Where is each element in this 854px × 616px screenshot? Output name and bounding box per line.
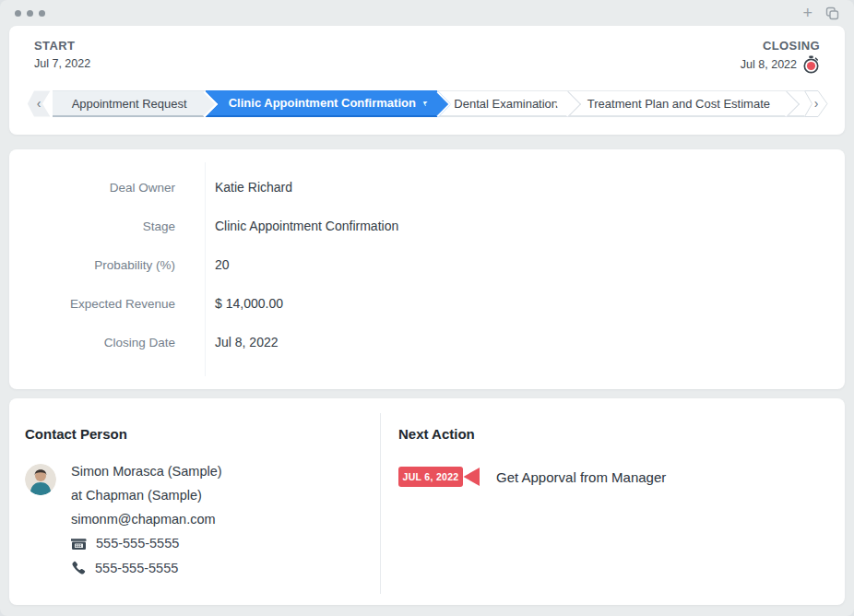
contact-avatar[interactable] (25, 464, 56, 495)
closing-date: Jul 8, 2022 (741, 58, 797, 71)
stage-dental-examination[interactable]: Dental Examination (437, 90, 566, 117)
window-dot (39, 10, 45, 17)
stage-scroll-right-button[interactable]: › (804, 90, 828, 117)
window-control-dots (15, 10, 45, 17)
next-action-text[interactable]: Get Apporval from Manager (496, 469, 666, 485)
start-label: START (34, 39, 90, 53)
field-label: Deal Owner (9, 181, 175, 195)
field-row-closing-date: Closing Date Jul 8, 2022 (9, 323, 845, 361)
handset-phone-icon (71, 561, 86, 575)
field-row-expected-revenue: Expected Revenue $ 14,000.00 (9, 284, 845, 323)
app-window: + START Jul 7, 2022 CLOSING Jul 8, 2022 (0, 0, 854, 616)
contact-phone[interactable]: 555-555-5555 (96, 536, 179, 551)
field-value: 20 (215, 257, 230, 272)
new-tab-icon[interactable]: + (802, 5, 812, 21)
contact-mobile[interactable]: 555-555-5555 (95, 561, 178, 575)
window-dot (27, 10, 33, 17)
stopwatch-icon (802, 55, 820, 74)
start-date: Jul 7, 2022 (34, 57, 90, 70)
field-row-deal-owner: Deal Owner Katie Richard (9, 168, 845, 207)
field-value: Jul 8, 2022 (215, 335, 279, 349)
stage-scroll-left-button[interactable]: ‹ (27, 90, 51, 117)
chevron-left-icon: ‹ (37, 96, 42, 111)
next-action-title: Next Action (398, 426, 826, 442)
field-row-stage: Stage Clinic Appointment Confirmation (9, 207, 845, 245)
stage-clinic-appointment-confirmation[interactable]: Clinic Appointment Confirmation ▾ (206, 90, 437, 117)
desk-phone-icon (71, 537, 87, 551)
field-label: Expected Revenue (9, 297, 175, 311)
contact-name[interactable]: Simon Morasca (Sample) (71, 464, 222, 479)
chevron-right-icon: › (814, 96, 819, 111)
window-chrome: + (0, 0, 854, 26)
window-dot (15, 10, 21, 17)
field-label: Stage (9, 219, 175, 233)
field-label: Closing Date (9, 336, 175, 349)
field-row-probability: Probability (%) 20 (9, 245, 845, 284)
next-action-date-ribbon: JUL 6, 2022 (398, 467, 480, 487)
field-label: Probability (%) (9, 258, 175, 272)
deal-timeline-card: START Jul 7, 2022 CLOSING Jul 8, 2022 (9, 26, 845, 135)
closing-label: CLOSING (741, 39, 820, 53)
contact-person-title: Contact Person (25, 426, 375, 442)
field-value: $ 14,000.00 (215, 296, 283, 311)
active-stage-label: Clinic Appointment Confirmation (229, 96, 416, 110)
contact-mobile-row[interactable]: 555-555-5555 (71, 561, 222, 575)
contact-phone-row[interactable]: 555-555-5555 (71, 536, 222, 551)
stage-treatment-plan[interactable]: Treatment Plan and Cost Estimate (566, 90, 783, 117)
field-value: Clinic Appointment Confirmation (215, 219, 398, 233)
stage-progress-bar: ‹ Appointment Request Clinic Appointment… (27, 90, 828, 117)
contact-email[interactable]: simonm@chapman.com (71, 512, 222, 527)
contact-company[interactable]: at Chapman (Sample) (71, 488, 222, 503)
next-action-section: Next Action JUL 6, 2022 Get Apporval fro… (398, 426, 826, 487)
section-divider (380, 413, 381, 594)
contact-and-action-card: Contact Person Simon Morasca (Sample) at… (9, 398, 845, 605)
deal-details-card: Deal Owner Katie Richard Stage Clinic Ap… (9, 149, 845, 389)
stage-appointment-request[interactable]: Appointment Request (53, 90, 206, 117)
duplicate-icon[interactable] (825, 6, 839, 20)
contact-person-section: Contact Person Simon Morasca (Sample) at… (25, 426, 375, 586)
next-action-date: JUL 6, 2022 (398, 467, 463, 487)
field-value: Katie Richard (215, 180, 292, 195)
